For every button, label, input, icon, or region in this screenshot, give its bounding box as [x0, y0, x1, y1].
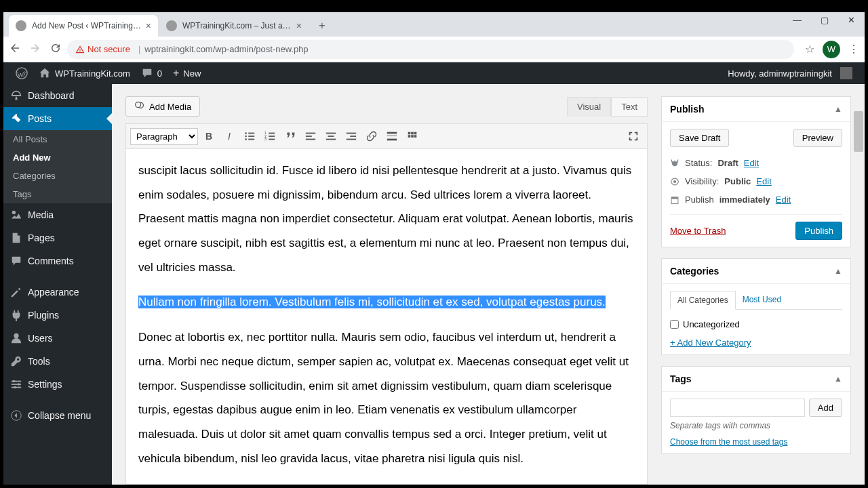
close-icon[interactable]: × [296, 20, 302, 31]
svg-rect-25 [306, 139, 315, 140]
add-tag-button[interactable]: Add [809, 399, 842, 417]
category-checkbox-row[interactable]: Uncategorized [670, 317, 842, 332]
svg-rect-12 [248, 133, 254, 134]
bookmark-button[interactable]: ☆ [805, 43, 814, 56]
wp-adminbar: WPTrainingKit.com 0 +New Howdy, adminwpt… [3, 62, 865, 84]
toggle-icon[interactable]: ▲ [834, 266, 842, 276]
url-input[interactable]: Not secure | wptrainingkit.com/wp-admin/… [67, 40, 794, 59]
sidebar-item-pages[interactable]: Pages [3, 226, 112, 249]
save-draft-button[interactable]: Save Draft [670, 129, 729, 147]
svg-rect-40 [414, 135, 417, 138]
toggle-icon[interactable]: ▲ [834, 104, 842, 114]
sidebar-item-tools[interactable]: Tools [3, 350, 112, 373]
svg-point-41 [673, 180, 676, 182]
scrollbar-thumb[interactable] [854, 111, 863, 152]
editor-tab-text[interactable]: Text [611, 97, 648, 117]
new-tab-button[interactable]: + [313, 16, 332, 35]
sidebar-item-plugins[interactable]: Plugins [3, 304, 112, 327]
user-avatar [840, 67, 852, 79]
svg-rect-35 [408, 132, 411, 135]
sidebar-collapse[interactable]: Collapse menu [3, 404, 112, 427]
profile-avatar[interactable]: W [823, 41, 840, 58]
sidebar-item-comments[interactable]: Comments [3, 249, 112, 272]
new-label: New [183, 68, 201, 79]
move-to-trash-link[interactable]: Move to Trash [670, 226, 726, 236]
submenu-all-posts[interactable]: All Posts [3, 130, 112, 148]
sidebar-item-appearance[interactable]: Appearance [3, 281, 112, 304]
svg-rect-31 [347, 139, 356, 140]
reload-button[interactable] [50, 42, 62, 57]
edit-status-link[interactable]: Edit [744, 158, 759, 168]
favicon [16, 20, 26, 31]
scrollbar[interactable] [854, 84, 863, 485]
svg-rect-34 [387, 139, 397, 141]
svg-text:3: 3 [264, 137, 267, 141]
browser-menu-button[interactable]: ⋮ [848, 43, 859, 56]
browser-tab[interactable]: WPTrainingKit.com – Just anothe × [159, 15, 309, 37]
tab-all-categories[interactable]: All Categories [670, 291, 736, 310]
edit-publish-link[interactable]: Edit [776, 195, 791, 205]
security-warning[interactable]: Not secure [75, 44, 130, 54]
align-center-button[interactable] [321, 127, 340, 146]
publish-box: Publish▲ Save Draft Preview Status: Draf… [661, 96, 851, 247]
editor-content[interactable]: suscipit lacus sollicitudin id. Fusce id… [125, 149, 648, 485]
site-name-link[interactable]: WPTrainingKit.com [33, 62, 136, 84]
howdy-account[interactable]: Howdy, adminwptrainingkit [722, 62, 858, 84]
tags-input[interactable] [670, 399, 805, 417]
numbered-list-button[interactable]: 123 [260, 127, 279, 146]
back-button[interactable] [9, 42, 21, 57]
site-name-label: WPTrainingKit.com [55, 68, 130, 79]
maximize-button[interactable]: ▢ [816, 15, 833, 25]
tab-title: Add New Post ‹ WPTrainingKit.co [32, 21, 142, 30]
add-media-button[interactable]: Add Media [125, 96, 200, 117]
readmore-button[interactable] [382, 127, 401, 146]
minimize-button[interactable]: — [789, 15, 806, 25]
new-content-link[interactable]: +New [167, 62, 206, 84]
svg-rect-23 [306, 133, 315, 134]
tags-title: Tags [670, 373, 692, 384]
align-right-button[interactable] [342, 127, 361, 146]
choose-tags-link[interactable]: Choose from the most used tags [670, 437, 842, 447]
sidebar-item-posts[interactable]: Posts [3, 107, 112, 130]
paragraph: suscipit lacus sollicitudin id. Fusce id… [138, 159, 635, 279]
italic-button[interactable]: I [220, 127, 239, 146]
wp-logo-menu[interactable] [10, 62, 33, 84]
close-icon[interactable]: × [146, 20, 151, 31]
category-checkbox[interactable] [670, 320, 679, 329]
editor-tab-visual[interactable]: Visual [567, 97, 611, 117]
visibility-label: Visibility: [685, 176, 719, 186]
submenu-tags[interactable]: Tags [3, 185, 112, 203]
address-bar: Not secure | wptrainingkit.com/wp-admin/… [3, 37, 865, 62]
fullscreen-button[interactable] [624, 127, 643, 146]
sidebar-item-dashboard[interactable]: Dashboard [3, 84, 112, 107]
sidebar-item-media[interactable]: Media [3, 203, 112, 226]
preview-button[interactable]: Preview [793, 129, 842, 147]
forward-button[interactable] [29, 42, 41, 57]
toolbar-toggle-button[interactable] [403, 127, 422, 146]
sidebar-item-users[interactable]: Users [3, 327, 112, 350]
close-button[interactable]: ✕ [844, 15, 859, 25]
add-new-category-link[interactable]: + Add New Category [670, 338, 842, 348]
sidebar-label: Pages [28, 232, 55, 243]
submenu-add-new[interactable]: Add New [3, 148, 112, 167]
publish-button[interactable]: Publish [795, 222, 842, 240]
link-button[interactable] [362, 127, 381, 146]
browser-tab-active[interactable]: Add New Post ‹ WPTrainingKit.co × [9, 15, 158, 37]
sidebar-label: Plugins [28, 310, 59, 321]
sidebar-item-settings[interactable]: Settings [3, 373, 112, 396]
bullet-list-button[interactable] [240, 127, 259, 146]
toggle-icon[interactable]: ▲ [834, 374, 842, 384]
svg-rect-36 [411, 132, 414, 135]
align-left-button[interactable] [301, 127, 320, 146]
sidebar-label: Settings [28, 379, 62, 390]
editor-toolbar: Paragraph B I 123 [125, 123, 648, 149]
submenu-categories[interactable]: Categories [3, 167, 112, 185]
sidebar-label: Collapse menu [28, 410, 91, 421]
sidebar-label: Users [28, 333, 53, 344]
tab-most-used[interactable]: Most Used [736, 291, 788, 309]
comments-link[interactable]: 0 [136, 62, 167, 84]
quote-button[interactable] [281, 127, 300, 146]
format-select[interactable]: Paragraph [130, 128, 198, 145]
bold-button[interactable]: B [199, 127, 218, 146]
edit-visibility-link[interactable]: Edit [756, 176, 771, 186]
